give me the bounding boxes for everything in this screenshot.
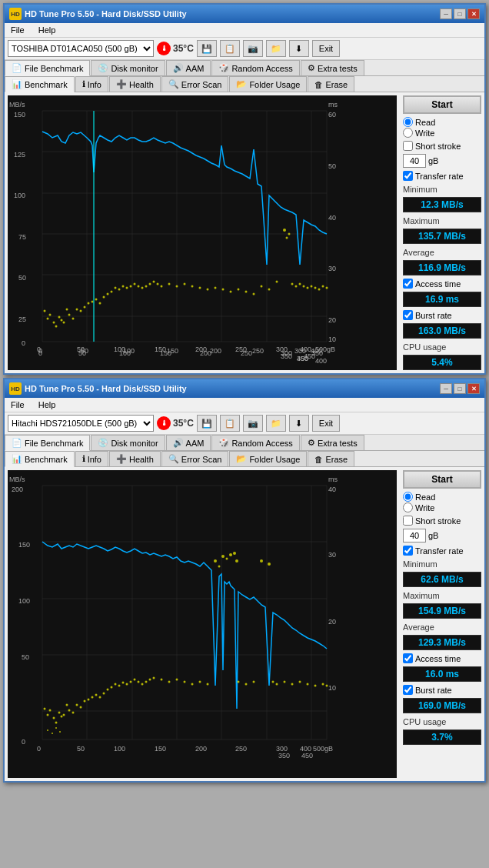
svg-point-194 [168, 681, 171, 683]
toolbar-btn-folder-2[interactable]: 📁 [266, 415, 286, 432]
short-stroke-check-2[interactable] [403, 516, 413, 526]
svg-point-102 [222, 289, 225, 291]
toolbar-btn-dl-1[interactable]: ⬇ [289, 40, 309, 57]
radio-read-input-2[interactable] [403, 492, 413, 502]
tab-benchmark-2[interactable]: 📊 Benchmark [5, 451, 75, 467]
radio-write-input-2[interactable] [403, 502, 413, 512]
toolbar-btn-hdd-2[interactable]: 💾 [197, 415, 217, 432]
short-stroke-input-2[interactable] [403, 529, 426, 542]
svg-point-180 [107, 689, 109, 691]
menu-help-2[interactable]: Help [35, 399, 59, 410]
start-button-1[interactable]: Start [403, 95, 481, 114]
close-btn-2[interactable]: ✕ [467, 383, 480, 394]
maximize-btn-2[interactable]: □ [454, 383, 466, 394]
maximize-btn-1[interactable]: □ [454, 8, 466, 19]
radio-write-2[interactable]: Write [403, 502, 481, 512]
short-stroke-input-1[interactable] [403, 154, 426, 168]
toolbar-2: Hitachi HDS721050DLE (500 gB) 🌡 35°C 💾 📋… [5, 412, 484, 435]
burst-rate-checkbox-1[interactable] [403, 310, 413, 320]
exit-btn-2[interactable]: Exit [312, 415, 340, 432]
radio-write-input-1[interactable] [403, 128, 413, 138]
tab-benchmark-1[interactable]: 📊 Benchmark [5, 76, 75, 92]
menu-bar-1: File Help [5, 23, 484, 38]
tab-info-1[interactable]: ℹ Info [75, 76, 108, 92]
radio-read-1[interactable]: Read [403, 117, 481, 127]
tab-disk-monitor-2[interactable]: 💿 Disk monitor [91, 435, 165, 450]
burst-rate-check-2[interactable]: Burst rate [403, 685, 481, 695]
tab-file-benchmark-2[interactable]: 📄 File Benchmark [5, 435, 90, 451]
radio-write-1[interactable]: Write [403, 128, 481, 138]
tab-extra-tests-1[interactable]: ⚙ Extra tests [301, 60, 364, 75]
svg-text:150: 150 [155, 346, 166, 353]
svg-point-66 [58, 316, 61, 319]
tab-folder-icon-2: 📂 [236, 454, 247, 464]
transfer-rate-check-label-2[interactable]: Transfer rate [403, 546, 481, 556]
menu-file-1[interactable]: File [8, 25, 28, 35]
transfer-rate-check-label-1[interactable]: Transfer rate [403, 171, 481, 181]
tab-file-benchmark-1[interactable]: 📄 File Benchmark [5, 60, 90, 76]
tab-random-access-2[interactable]: 🎲 Random Access [211, 435, 299, 450]
tab-erase-1[interactable]: 🗑 Erase [308, 76, 354, 92]
close-btn-1[interactable]: ✕ [467, 8, 480, 19]
tab-health-1[interactable]: ➕ Health [109, 76, 161, 92]
toolbar-btn-hdd-1[interactable]: 💾 [197, 40, 217, 57]
svg-point-122 [326, 287, 328, 289]
svg-point-206 [235, 559, 238, 563]
chart-area-1: MB/s 150 125 100 75 50 25 0 ms 60 50 40 … [8, 95, 397, 370]
transfer-rate-checkbox-1[interactable] [403, 171, 413, 181]
toolbar-btn-info-2[interactable]: 📋 [220, 415, 240, 432]
tab-folder-usage-1[interactable]: 📂 Folder Usage [229, 76, 307, 92]
tab-random-access-1[interactable]: 🎲 Random Access [211, 60, 299, 75]
tab-health-2[interactable]: ➕ Health [109, 451, 161, 466]
svg-text:0: 0 [22, 738, 25, 746]
transfer-rate-section-2: Transfer rate [403, 546, 481, 556]
radio-read-input-1[interactable] [403, 117, 413, 127]
burst-rate-checkbox-2[interactable] [403, 685, 413, 695]
svg-point-189 [141, 683, 144, 686]
svg-point-207 [238, 681, 240, 683]
svg-point-221 [47, 729, 48, 731]
burst-rate-check-1[interactable]: Burst rate [403, 310, 481, 320]
drive-select-1[interactable]: TOSHIBA DT01ACA050 (500 gB) [8, 40, 154, 57]
svg-point-68 [63, 322, 65, 324]
menu-file-2[interactable]: File [8, 399, 28, 410]
toolbar-btn-info-1[interactable]: 📋 [220, 40, 240, 57]
tab-info-2[interactable]: ℹ Info [75, 451, 108, 466]
access-time-checkbox-2[interactable] [403, 653, 413, 663]
tab-error-scan-1[interactable]: 🔍 Error Scan [161, 76, 229, 92]
svg-text:150: 150 [14, 111, 25, 119]
transfer-rate-checkbox-2[interactable] [403, 546, 413, 556]
toolbar-btn-cam-1[interactable]: 📷 [243, 40, 263, 57]
tab-aam-1[interactable]: 🔊 AAM [166, 60, 211, 75]
toolbar-btn-dl-2[interactable]: ⬇ [289, 415, 309, 432]
exit-btn-1[interactable]: Exit [312, 40, 340, 57]
svg-text:350: 350 [278, 752, 290, 760]
minimize-btn-2[interactable]: ─ [440, 383, 452, 394]
tab-disk-monitor-1[interactable]: 💿 Disk monitor [91, 60, 165, 75]
short-stroke-input-row-2: gB [403, 529, 481, 542]
access-time-checkbox-1[interactable] [403, 279, 413, 289]
svg-point-192 [153, 677, 155, 679]
tab-folder-usage-2[interactable]: 📂 Folder Usage [229, 451, 307, 466]
toolbar-btn-folder-1[interactable]: 📁 [266, 40, 286, 57]
start-button-2[interactable]: Start [403, 470, 481, 489]
svg-point-101 [215, 287, 217, 289]
svg-point-100 [207, 289, 209, 291]
tab-extra-tests-2[interactable]: ⚙ Extra tests [301, 435, 364, 450]
toolbar-btn-cam-2[interactable]: 📷 [243, 415, 263, 432]
menu-help-1[interactable]: Help [35, 25, 59, 35]
access-time-check-2[interactable]: Access time [403, 653, 481, 663]
svg-point-118 [311, 285, 313, 288]
svg-point-214 [284, 681, 286, 683]
tab-error-scan-2[interactable]: 🔍 Error Scan [161, 451, 229, 466]
radio-read-2[interactable]: Read [403, 492, 481, 502]
short-stroke-check-1[interactable] [403, 141, 413, 151]
access-time-check-1[interactable]: Access time [403, 279, 481, 289]
tab-aam-2[interactable]: 🔊 AAM [166, 435, 211, 450]
tab-erase-2[interactable]: 🗑 Erase [308, 451, 354, 466]
drive-select-2[interactable]: Hitachi HDS721050DLE (500 gB) [8, 415, 154, 432]
svg-text:20: 20 [328, 316, 336, 324]
average-label-2: Average [403, 623, 481, 632]
svg-point-115 [299, 283, 301, 285]
minimize-btn-1[interactable]: ─ [440, 8, 452, 19]
